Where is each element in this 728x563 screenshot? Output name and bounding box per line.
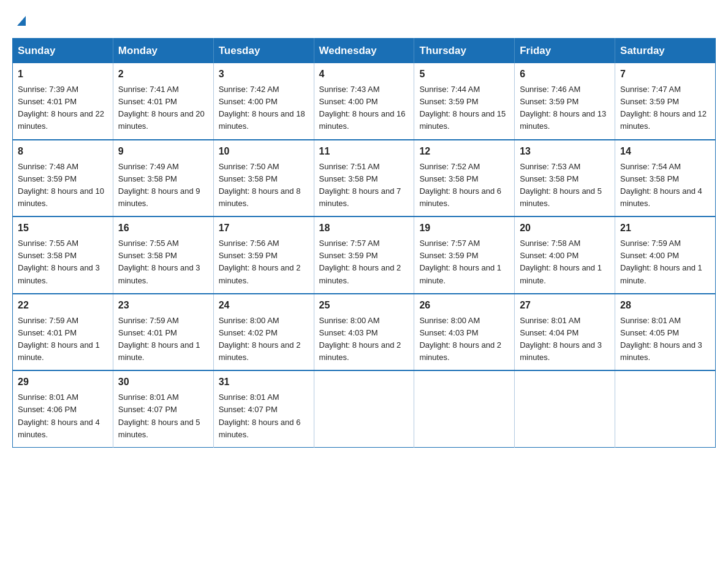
calendar-day-cell: 31 Sunrise: 8:01 AMSunset: 4:07 PMDaylig… [213, 370, 314, 447]
day-number: 24 [219, 298, 309, 313]
calendar-day-cell: 18 Sunrise: 7:57 AMSunset: 3:59 PMDaylig… [314, 216, 414, 294]
calendar-day-cell [615, 370, 716, 447]
day-info: Sunrise: 7:59 AMSunset: 4:00 PMDaylight:… [620, 239, 702, 285]
calendar-day-cell: 27 Sunrise: 8:01 AMSunset: 4:04 PMDaylig… [515, 294, 615, 371]
day-number: 20 [520, 221, 610, 236]
logo [12, 12, 28, 28]
day-info: Sunrise: 8:01 AMSunset: 4:07 PMDaylight:… [118, 393, 200, 439]
svg-marker-0 [17, 16, 26, 26]
day-number: 15 [18, 221, 108, 236]
day-number: 29 [18, 375, 108, 389]
day-info: Sunrise: 8:01 AMSunset: 4:07 PMDaylight:… [219, 393, 301, 439]
day-info: Sunrise: 7:57 AMSunset: 3:59 PMDaylight:… [319, 239, 401, 285]
day-info: Sunrise: 7:39 AMSunset: 4:01 PMDaylight:… [18, 85, 104, 131]
day-info: Sunrise: 7:44 AMSunset: 3:59 PMDaylight:… [419, 85, 506, 131]
day-info: Sunrise: 8:01 AMSunset: 4:05 PMDaylight:… [620, 316, 702, 362]
calendar-day-cell [515, 370, 615, 447]
day-number: 21 [620, 221, 710, 236]
day-number: 12 [419, 144, 509, 159]
day-number: 8 [18, 144, 108, 159]
calendar-day-cell: 15 Sunrise: 7:55 AMSunset: 3:58 PMDaylig… [13, 216, 113, 294]
calendar-day-cell: 5 Sunrise: 7:44 AMSunset: 3:59 PMDayligh… [414, 63, 515, 140]
calendar-day-cell: 26 Sunrise: 8:00 AMSunset: 4:03 PMDaylig… [414, 294, 515, 371]
day-info: Sunrise: 7:50 AMSunset: 3:58 PMDaylight:… [219, 162, 301, 208]
day-info: Sunrise: 7:59 AMSunset: 4:01 PMDaylight:… [18, 316, 100, 362]
day-number: 10 [219, 144, 309, 159]
day-info: Sunrise: 7:51 AMSunset: 3:58 PMDaylight:… [319, 162, 401, 208]
calendar-day-cell: 17 Sunrise: 7:56 AMSunset: 3:59 PMDaylig… [213, 216, 314, 294]
day-info: Sunrise: 7:56 AMSunset: 3:59 PMDaylight:… [219, 239, 301, 285]
calendar-day-cell: 22 Sunrise: 7:59 AMSunset: 4:01 PMDaylig… [13, 294, 113, 371]
calendar-day-cell: 4 Sunrise: 7:43 AMSunset: 4:00 PMDayligh… [314, 63, 414, 140]
day-number: 3 [219, 67, 309, 82]
day-number: 26 [419, 298, 509, 313]
day-info: Sunrise: 7:49 AMSunset: 3:58 PMDaylight:… [118, 162, 200, 208]
day-number: 5 [419, 67, 509, 82]
calendar-day-cell: 9 Sunrise: 7:49 AMSunset: 3:58 PMDayligh… [113, 140, 213, 217]
calendar-day-cell: 1 Sunrise: 7:39 AMSunset: 4:01 PMDayligh… [13, 63, 113, 140]
day-info: Sunrise: 7:58 AMSunset: 4:00 PMDaylight:… [520, 239, 602, 285]
calendar-day-cell: 19 Sunrise: 7:57 AMSunset: 3:59 PMDaylig… [414, 216, 515, 294]
calendar-day-cell: 13 Sunrise: 7:53 AMSunset: 3:58 PMDaylig… [515, 140, 615, 217]
day-number: 27 [520, 298, 610, 313]
day-info: Sunrise: 7:57 AMSunset: 3:59 PMDaylight:… [419, 239, 501, 285]
calendar-day-cell: 3 Sunrise: 7:42 AMSunset: 4:00 PMDayligh… [213, 63, 314, 140]
page-header [12, 12, 716, 28]
calendar-day-cell: 25 Sunrise: 8:00 AMSunset: 4:03 PMDaylig… [314, 294, 414, 371]
calendar-day-cell: 28 Sunrise: 8:01 AMSunset: 4:05 PMDaylig… [615, 294, 716, 371]
day-info: Sunrise: 8:00 AMSunset: 4:03 PMDaylight:… [419, 316, 501, 362]
day-info: Sunrise: 7:52 AMSunset: 3:58 PMDaylight:… [419, 162, 501, 208]
day-info: Sunrise: 7:48 AMSunset: 3:59 PMDaylight:… [18, 162, 104, 208]
day-number: 16 [118, 221, 208, 236]
day-number: 31 [219, 375, 309, 389]
calendar-day-header: Sunday [13, 39, 113, 64]
day-number: 14 [620, 144, 710, 159]
day-info: Sunrise: 8:00 AMSunset: 4:02 PMDaylight:… [219, 316, 301, 362]
calendar-day-header: Saturday [615, 39, 716, 64]
logo-triangle-icon [15, 13, 28, 27]
calendar-day-cell: 7 Sunrise: 7:47 AMSunset: 3:59 PMDayligh… [615, 63, 716, 140]
calendar-day-cell: 14 Sunrise: 7:54 AMSunset: 3:58 PMDaylig… [615, 140, 716, 217]
calendar-day-cell: 6 Sunrise: 7:46 AMSunset: 3:59 PMDayligh… [515, 63, 615, 140]
calendar-day-cell: 16 Sunrise: 7:55 AMSunset: 3:58 PMDaylig… [113, 216, 213, 294]
day-info: Sunrise: 8:01 AMSunset: 4:06 PMDaylight:… [18, 393, 100, 439]
day-number: 13 [520, 144, 610, 159]
calendar-day-cell: 12 Sunrise: 7:52 AMSunset: 3:58 PMDaylig… [414, 140, 515, 217]
calendar-day-cell: 23 Sunrise: 7:59 AMSunset: 4:01 PMDaylig… [113, 294, 213, 371]
calendar-day-cell: 29 Sunrise: 8:01 AMSunset: 4:06 PMDaylig… [13, 370, 113, 447]
calendar-day-cell: 21 Sunrise: 7:59 AMSunset: 4:00 PMDaylig… [615, 216, 716, 294]
day-number: 28 [620, 298, 710, 313]
day-number: 9 [118, 144, 208, 159]
day-number: 17 [219, 221, 309, 236]
day-info: Sunrise: 7:43 AMSunset: 4:00 PMDaylight:… [319, 85, 406, 131]
calendar-day-cell: 30 Sunrise: 8:01 AMSunset: 4:07 PMDaylig… [113, 370, 213, 447]
day-info: Sunrise: 7:46 AMSunset: 3:59 PMDaylight:… [520, 85, 606, 131]
day-number: 11 [319, 144, 409, 159]
calendar-header-row: SundayMondayTuesdayWednesdayThursdayFrid… [13, 39, 716, 64]
calendar-day-header: Wednesday [314, 39, 414, 64]
day-number: 22 [18, 298, 108, 313]
calendar-day-cell: 20 Sunrise: 7:58 AMSunset: 4:00 PMDaylig… [515, 216, 615, 294]
calendar-week-row: 15 Sunrise: 7:55 AMSunset: 3:58 PMDaylig… [13, 216, 716, 294]
calendar-week-row: 29 Sunrise: 8:01 AMSunset: 4:06 PMDaylig… [13, 370, 716, 447]
day-info: Sunrise: 8:00 AMSunset: 4:03 PMDaylight:… [319, 316, 401, 362]
calendar-day-cell: 24 Sunrise: 8:00 AMSunset: 4:02 PMDaylig… [213, 294, 314, 371]
day-number: 25 [319, 298, 409, 313]
day-info: Sunrise: 7:55 AMSunset: 3:58 PMDaylight:… [18, 239, 100, 285]
day-number: 30 [118, 375, 208, 389]
day-number: 4 [319, 67, 409, 82]
calendar-day-cell: 10 Sunrise: 7:50 AMSunset: 3:58 PMDaylig… [213, 140, 314, 217]
calendar-week-row: 8 Sunrise: 7:48 AMSunset: 3:59 PMDayligh… [13, 140, 716, 217]
day-info: Sunrise: 7:54 AMSunset: 3:58 PMDaylight:… [620, 162, 702, 208]
day-number: 19 [419, 221, 509, 236]
calendar-day-cell: 11 Sunrise: 7:51 AMSunset: 3:58 PMDaylig… [314, 140, 414, 217]
calendar-day-header: Tuesday [213, 39, 314, 64]
day-number: 18 [319, 221, 409, 236]
calendar-week-row: 22 Sunrise: 7:59 AMSunset: 4:01 PMDaylig… [13, 294, 716, 371]
calendar-day-cell: 8 Sunrise: 7:48 AMSunset: 3:59 PMDayligh… [13, 140, 113, 217]
calendar-day-cell [314, 370, 414, 447]
day-info: Sunrise: 7:59 AMSunset: 4:01 PMDaylight:… [118, 316, 200, 362]
day-info: Sunrise: 7:42 AMSunset: 4:00 PMDaylight:… [219, 85, 305, 131]
calendar-week-row: 1 Sunrise: 7:39 AMSunset: 4:01 PMDayligh… [13, 63, 716, 140]
day-info: Sunrise: 7:53 AMSunset: 3:58 PMDaylight:… [520, 162, 602, 208]
